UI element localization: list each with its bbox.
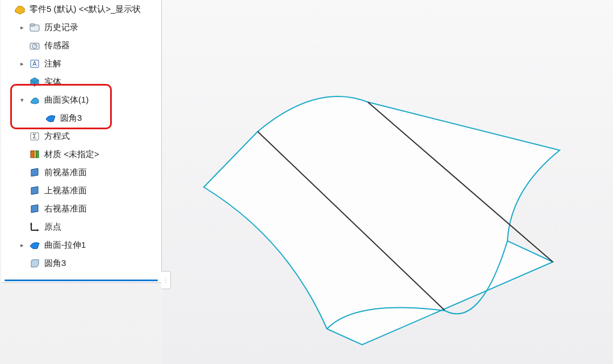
tree-history-label: 历史记录: [44, 22, 78, 33]
tree-material[interactable]: ▸ 材质 <未指定>: [1, 145, 161, 163]
surface-child-icon: [44, 112, 57, 124]
svg-marker-19: [31, 205, 38, 213]
tree-sensors[interactable]: ▸ 传感器: [1, 36, 161, 54]
fillet-icon: [28, 257, 41, 269]
tree-surface-extrude[interactable]: ▸ 曲面-拉伸1: [1, 236, 161, 254]
tree-front-plane[interactable]: ▸ 前视基准面: [1, 163, 161, 181]
surface-extrude-icon: [28, 239, 41, 251]
tree-fillet3-label: 圆角3: [44, 258, 66, 269]
tree-equations-label: 方程式: [44, 131, 70, 142]
svg-marker-0: [15, 6, 24, 14]
svg-rect-14: [31, 151, 34, 158]
tree-root[interactable]: ▸ 零件5 (默认) <<默认>_显示状: [1, 0, 161, 18]
solid-body-icon: [28, 75, 41, 88]
tree-right-plane[interactable]: ▸ 右视基准面: [1, 200, 161, 218]
folder-history-icon: [28, 21, 41, 33]
tree-fillet3-child[interactable]: ▸ 圆角3: [1, 109, 161, 127]
svg-marker-18: [31, 187, 38, 194]
tree-surface-bodies[interactable]: ▾ 曲面实体(1): [1, 91, 161, 109]
tree-annotations-label: 注解: [44, 58, 61, 69]
svg-text:A: A: [32, 60, 37, 67]
annotation-icon: A: [28, 57, 41, 70]
tree-front-plane-label: 前视基准面: [44, 167, 87, 178]
tree-surface-extrude-label: 曲面-拉伸1: [44, 240, 86, 251]
tree-origin[interactable]: ▸ 原点: [1, 218, 161, 236]
model-surface: [162, 0, 613, 364]
svg-text:Σ: Σ: [33, 133, 37, 139]
tree-right-plane-label: 右视基准面: [44, 204, 87, 214]
plane-icon: [28, 184, 41, 197]
surface-boundary: [204, 96, 560, 345]
cad-workspace: ▸ 零件5 (默认) <<默认>_显示状 ▸ 历史记录 ▸ 传感器 ▸ A: [0, 0, 613, 364]
tree-annotations[interactable]: ▸ A 注解: [1, 54, 161, 73]
plane-icon: [28, 202, 41, 215]
tree-sensors-label: 传感器: [44, 40, 70, 51]
tree-top-plane-label: 上视基准面: [44, 185, 87, 196]
tree-surface-bodies-label: 曲面实体(1): [44, 95, 89, 105]
svg-rect-16: [36, 151, 39, 158]
tree-material-label: 材质 <未指定>: [44, 149, 99, 160]
tree-history[interactable]: ▸ 历史记录: [1, 18, 161, 36]
tree-equations[interactable]: ▸ Σ 方程式: [1, 127, 161, 145]
sensor-icon: [28, 39, 41, 52]
tree-origin-label: 原点: [44, 222, 61, 232]
equations-icon: Σ: [28, 130, 41, 142]
rollback-bar[interactable]: [5, 280, 158, 281]
panel-collapse-handle[interactable]: ⋮: [161, 271, 171, 289]
svg-marker-17: [31, 168, 38, 176]
svg-rect-15: [34, 151, 36, 158]
tree-solid-bodies-label: 实体: [44, 77, 61, 87]
3d-viewport[interactable]: [162, 0, 613, 364]
tree-top-plane[interactable]: ▸ 上视基准面: [1, 181, 161, 200]
feature-tree-panel[interactable]: ▸ 零件5 (默认) <<默认>_显示状 ▸ 历史记录 ▸ 传感器 ▸ A: [1, 0, 162, 283]
surface-body-icon: [28, 94, 41, 106]
tree-solid-bodies[interactable]: ▸ 实体: [1, 73, 161, 91]
material-icon: [28, 148, 41, 160]
tree-fillet3-child-label: 圆角3: [60, 113, 82, 124]
tree-root-label: 零件5 (默认) <<默认>_显示状: [30, 4, 141, 15]
tree-fillet3[interactable]: ▸ 圆角3: [1, 254, 161, 272]
svg-marker-22: [30, 222, 32, 225]
origin-icon: [28, 221, 41, 233]
plane-icon: [28, 166, 41, 179]
svg-rect-2: [30, 24, 35, 26]
svg-marker-23: [37, 229, 39, 231]
part-icon: [14, 3, 26, 15]
